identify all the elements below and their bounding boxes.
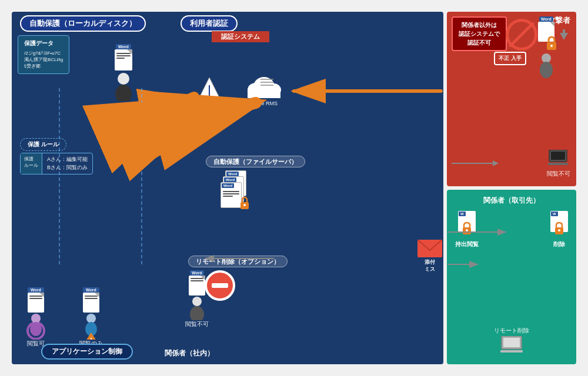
- azure-rms-icon: [244, 73, 284, 100]
- no-auth-line1: 関係者以外は: [459, 21, 500, 29]
- word-doc-takeout: W: [458, 211, 476, 232]
- rule-left-label: 保護 ルール: [21, 153, 42, 174]
- remote-delete-label: リモート削除（オプション）: [188, 256, 288, 267]
- svg-point-0: [118, 73, 129, 85]
- word-badge-takeout: W: [459, 212, 466, 216]
- remote-delete-right-container: リモート削除: [494, 324, 529, 335]
- word-badge-bo: Word: [83, 287, 99, 293]
- word-badge-delete: W: [551, 212, 558, 216]
- no-entry-bar: [212, 283, 228, 288]
- takeout-label: 持出閲覧: [455, 240, 479, 249]
- doc-front: Word: [220, 182, 242, 208]
- protect-data-lines: /2ジg?&³ヨF•u7C 濁ん撰ア龍BCLl/tg ﾋ熒ぎ郷: [24, 50, 63, 70]
- cannot-browse-right-top: 閲覧不可: [547, 170, 570, 178]
- protect-data-box: 保護データ /2ジg?&³ヨF•u7C 濁ん撰ア龍BCLl/tg ﾋ熒ぎ郷: [18, 35, 69, 74]
- delete-group: W 削除: [550, 211, 568, 249]
- word-badge-b: Word: [28, 287, 44, 293]
- attachment-miss-group: 添付 ミス: [417, 240, 442, 273]
- word-doc-nobrowse: Word: [189, 270, 205, 296]
- svg-point-41: [558, 229, 560, 231]
- cannot-browse-label: 閲覧不可: [185, 320, 209, 328]
- word-badge-s2: Word: [224, 177, 236, 182]
- file-creator-label: ファイル作成者: [103, 105, 144, 113]
- slash-circle-container: [506, 19, 537, 51]
- svg-point-20: [86, 314, 96, 323]
- kanren-label-container: 関係者（社内）: [165, 347, 214, 358]
- person-no-browse: Word 閲覧不可: [185, 270, 209, 328]
- no-entry-sign: [205, 270, 235, 301]
- attacker-panel: 攻撃者 関係者以外は 認証システムで 認証不可 Word: [447, 12, 576, 186]
- auto-protect-label: 自動保護（ローカルディスク）: [20, 15, 146, 32]
- main-container: 自動保護（ローカルディスク） 利用者認証 認証システム 保護データ /2ジg?&…: [12, 12, 576, 364]
- stacked-docs: Word Word Word: [220, 170, 250, 212]
- no-auth-line2: 認証システムで: [459, 29, 500, 38]
- svg-point-28: [550, 45, 553, 47]
- delete-label: 削除: [553, 240, 565, 249]
- svg-point-29: [542, 53, 551, 63]
- takeout-browse-group: W 持出閲覧: [455, 211, 479, 249]
- related-label-container: 関係者（取引先）: [483, 194, 540, 206]
- laptop-attacker: [548, 150, 568, 169]
- svg-point-14: [192, 297, 202, 306]
- rule-detail-box: 保護 ルール Aさん：編集可能 Bさん：閲覧のみ: [20, 153, 93, 174]
- attacker-person-group: Word: [537, 16, 555, 78]
- right-arrow-cannot: [452, 159, 499, 169]
- fileserver-label: 自動保護（ファイルサーバ）: [206, 156, 305, 167]
- svg-point-30: [540, 62, 553, 78]
- verify-system-label: 認証システム: [212, 31, 269, 42]
- app-ctrl-container: アプリケーション制御: [41, 344, 133, 360]
- envelope: [417, 240, 442, 257]
- no-auth-box: 関係者以外は 認証システムで 認証不可: [452, 16, 507, 51]
- user-auth-header: 利用者認証: [181, 15, 238, 32]
- svg-point-13: [243, 204, 246, 206]
- azure-rms-label: Azure RMS: [250, 100, 278, 106]
- user-auth-label: 利用者認証: [181, 15, 238, 32]
- dashed-line-left: [59, 88, 60, 264]
- person-browse-only: Word ! 閲覧のみ: [79, 287, 103, 348]
- attachment-miss-label: 添付 ミス: [425, 259, 435, 273]
- lock-takeout: [462, 221, 472, 237]
- remote-delete-right-label: リモート削除: [494, 327, 529, 334]
- word-badge-attacker: Word: [539, 16, 553, 22]
- word-doc-bo: Word: [83, 287, 99, 313]
- remote-delete-container: リモート削除（オプション）: [188, 256, 288, 266]
- svg-point-1: [115, 85, 132, 101]
- app-ctrl-label: アプリケーション制御: [41, 344, 133, 360]
- no-auth-line3: 認証不可: [459, 38, 500, 47]
- ad-rms-label: AD RMS: [199, 107, 219, 113]
- svg-rect-8: [248, 89, 280, 98]
- related-panel: 関係者（取引先） W 持出閲覧: [447, 190, 576, 364]
- fileserver-docs: Word Word Word: [220, 170, 250, 212]
- svg-point-18: [31, 314, 41, 323]
- slash-bar: [509, 22, 535, 48]
- word-badge-creator: Word: [116, 44, 131, 49]
- doc-bo: [83, 293, 99, 313]
- svg-point-19: [30, 322, 42, 336]
- svg-rect-45: [500, 350, 523, 352]
- doc-nobrowse: [189, 276, 205, 296]
- verify-system: 認証システム: [212, 31, 269, 42]
- fileserver-lock: [239, 196, 250, 212]
- word-badge-nb: Word: [190, 270, 204, 276]
- word-badge-s1: Word: [222, 183, 234, 188]
- kanren-label: 関係者（社内）: [165, 349, 214, 357]
- lock-attacker: [546, 36, 557, 52]
- svg-rect-32: [563, 29, 565, 34]
- svg-rect-36: [551, 152, 565, 160]
- no-entry-circle: [205, 270, 235, 301]
- word-doc-delete: W: [550, 211, 568, 232]
- ad-rms-group: AD RMS: [194, 76, 225, 113]
- right-panels: 攻撃者 関係者以外は 認証システムで 認証不可 Word: [447, 12, 576, 364]
- lock-delete: [554, 221, 564, 237]
- related-label: 関係者（取引先）: [483, 196, 540, 204]
- ad-rms-icon: [194, 76, 225, 107]
- svg-point-39: [466, 229, 468, 231]
- slash-circle: [506, 19, 537, 51]
- word-doc-creator: Word: [115, 44, 132, 70]
- azure-rms-group: Azure RMS: [244, 73, 284, 106]
- left-panel: 自動保護（ローカルディスク） 利用者認証 認証システム 保護データ /2ジg?&…: [12, 12, 443, 364]
- laptop-related: [500, 336, 523, 356]
- svg-rect-37: [548, 163, 568, 165]
- person-browse: Word 閲覧可: [26, 287, 46, 348]
- doc-icon-creator: [115, 49, 132, 70]
